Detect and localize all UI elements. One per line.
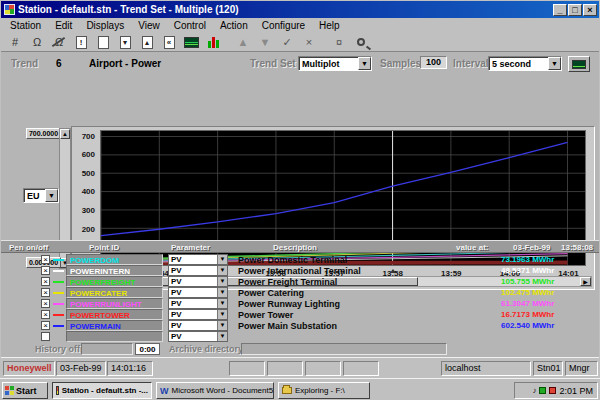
cancel-icon[interactable]: × <box>299 34 319 50</box>
station-icon <box>4 4 15 15</box>
start-button[interactable]: Start <box>2 382 48 399</box>
bar-chart-icon[interactable] <box>203 34 223 50</box>
alarm-status-icon[interactable] <box>549 387 556 394</box>
point-id-field[interactable]: POWERDOM <box>66 254 163 265</box>
archive-directory-label: Archive directory <box>169 344 243 354</box>
system-tray: ♪ 2:01 PM <box>514 382 598 399</box>
interval-select[interactable]: 5 second ▼ <box>488 56 562 71</box>
pen-checkbox[interactable]: × <box>41 321 50 330</box>
point-id-field[interactable]: POWERTOWER <box>66 309 163 320</box>
point-id-field[interactable]: POWERCATER <box>66 287 163 298</box>
archive-directory-field[interactable] <box>241 343 447 355</box>
zoom-icon[interactable] <box>351 34 371 50</box>
menu-help[interactable]: Help <box>312 19 347 32</box>
pen-color-sample <box>53 314 64 316</box>
pen-checkbox[interactable]: × <box>41 310 50 319</box>
range-max-box[interactable]: 700.0000 <box>26 128 61 139</box>
eu-select[interactable]: EU ▼ <box>23 188 59 203</box>
table-row: ×POWERFREIGHTPV▼Power Freight Terminal10… <box>1 276 599 287</box>
chevron-down-icon[interactable]: ▼ <box>358 57 371 70</box>
history-offset-field[interactable] <box>81 343 133 355</box>
pen-checkbox[interactable]: × <box>41 255 50 264</box>
menu-bar: StationEditDisplaysViewControlActionConf… <box>1 18 599 33</box>
network-icon[interactable]: # <box>5 34 25 50</box>
chevron-down-icon[interactable]: ▼ <box>217 332 227 341</box>
page-down-icon[interactable]: ▾ <box>115 34 135 50</box>
point-id-field[interactable] <box>66 331 163 342</box>
pen-checkbox[interactable] <box>41 332 50 341</box>
volume-icon[interactable]: ♪ <box>532 387 536 395</box>
parameter-value: PV <box>169 310 217 319</box>
chevron-down-icon[interactable]: ▼ <box>217 255 227 264</box>
pen-checkbox[interactable]: × <box>41 288 50 297</box>
parameter-select[interactable]: PV▼ <box>168 265 228 276</box>
chevron-down-icon[interactable]: ▼ <box>217 288 227 297</box>
parameter-select[interactable]: PV▼ <box>168 287 228 298</box>
trend-number[interactable]: 6 <box>56 58 62 69</box>
parameter-select[interactable]: PV▼ <box>168 254 228 265</box>
point-value: 16.7173 MWhr <box>501 310 554 319</box>
menu-station[interactable]: Station <box>3 19 48 32</box>
menu-control[interactable]: Control <box>167 19 213 32</box>
accept-icon[interactable]: ✓ <box>277 34 297 50</box>
point-id-field[interactable]: POWERFREIGHT <box>66 276 163 287</box>
task-station[interactable]: Station - default.stn -... <box>52 382 152 399</box>
raise-icon[interactable]: ▲ <box>233 34 253 50</box>
pen-checkbox[interactable]: × <box>41 299 50 308</box>
point-description: Power Domestic Terminal <box>238 255 347 265</box>
point-id-field[interactable]: POWERINTERN <box>66 265 163 276</box>
trend-display-icon[interactable] <box>181 34 201 50</box>
pen-checkbox[interactable]: × <box>41 277 50 286</box>
task-explorer[interactable]: Exploring - F:\ <box>278 382 370 399</box>
chevron-down-icon[interactable]: ▼ <box>217 266 227 275</box>
chevron-down-icon[interactable]: ▼ <box>217 277 227 286</box>
menu-edit[interactable]: Edit <box>48 19 79 32</box>
menu-action[interactable]: Action <box>213 19 255 32</box>
toolbar: #ΩΩ!▾▴«▲▼✓×¤ <box>1 33 599 52</box>
maximize-button[interactable]: □ <box>568 4 582 16</box>
status-user: Mngr <box>565 361 598 376</box>
point-id-field[interactable]: POWERRUNLIGHT <box>66 298 163 309</box>
pen-checkbox[interactable]: × <box>41 266 50 275</box>
parameter-select[interactable]: PV▼ <box>168 276 228 287</box>
point-description: Power Main Substation <box>238 321 337 331</box>
task-word[interactable]: WMicrosoft Word - Document5 <box>156 382 274 399</box>
scan-status-icon[interactable] <box>539 387 546 394</box>
page-back-icon[interactable]: « <box>159 34 179 50</box>
close-button[interactable]: × <box>583 4 597 16</box>
blank-page-icon[interactable] <box>93 34 113 50</box>
status-time: 14:01:16 <box>107 361 153 376</box>
point-value: 102.475 MWhr <box>501 288 554 297</box>
alarm-silence-icon[interactable]: Ω <box>49 34 69 50</box>
scroll-up-icon[interactable]: ▲ <box>60 129 70 139</box>
parameter-select[interactable]: PV▼ <box>168 309 228 320</box>
chevron-down-icon[interactable]: ▼ <box>217 321 227 330</box>
alarm-bell-icon[interactable]: Ω <box>27 34 47 50</box>
y-tick-label: 200 <box>82 225 95 234</box>
menu-view[interactable]: View <box>131 19 167 32</box>
chevron-down-icon[interactable]: ▼ <box>217 310 227 319</box>
chevron-down-icon[interactable]: ▼ <box>45 189 58 202</box>
menu-configure[interactable]: Configure <box>255 19 312 32</box>
chevron-down-icon[interactable]: ▼ <box>217 299 227 308</box>
parameter-select[interactable]: PV▼ <box>168 320 228 331</box>
history-offset-value[interactable]: 0:00 <box>135 343 160 355</box>
minimize-button[interactable]: _ <box>553 4 567 16</box>
samples-input[interactable]: 100 <box>420 56 447 69</box>
parameter-select[interactable]: PV▼ <box>168 331 228 342</box>
title-bar[interactable]: Station - default.stn - Trend Set - Mult… <box>1 1 599 18</box>
alarm-page-icon[interactable]: ! <box>71 34 91 50</box>
lower-icon[interactable]: ▼ <box>255 34 275 50</box>
trend-refresh-button[interactable] <box>568 56 590 72</box>
page-up-icon[interactable]: ▴ <box>137 34 157 50</box>
trend-set-select[interactable]: Multiplot ▼ <box>298 56 372 71</box>
chevron-down-icon[interactable]: ▼ <box>548 57 561 70</box>
trend-name: Airport - Power <box>89 58 161 69</box>
connect-icon[interactable]: ¤ <box>329 34 349 50</box>
tray-clock: 2:01 PM <box>559 386 593 396</box>
table-row: ×POWERINTERNPV▼Power International Termi… <box>1 265 599 276</box>
point-id-field[interactable]: POWERMAIN <box>66 320 163 331</box>
menu-displays[interactable]: Displays <box>79 19 131 32</box>
parameter-select[interactable]: PV▼ <box>168 298 228 309</box>
status-empty-4 <box>343 361 379 376</box>
